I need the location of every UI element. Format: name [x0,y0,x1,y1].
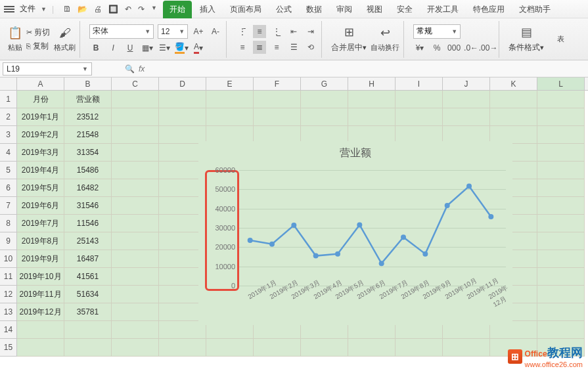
tab-review[interactable]: 审阅 [330,1,359,18]
tab-data[interactable]: 数据 [300,1,328,18]
decrease-decimal-icon[interactable]: .00→ [482,41,495,55]
cell[interactable] [348,339,396,357]
name-box[interactable]: L19▼ [3,62,92,76]
indent-increase-icon[interactable]: ⇥ [304,25,317,38]
cell[interactable] [112,339,159,357]
cell[interactable] [64,321,112,339]
cell[interactable]: 2019年9月 [17,250,64,268]
cell[interactable] [537,321,585,339]
row-header[interactable]: 8 [0,215,17,232]
row-header[interactable]: 5 [0,162,17,179]
cell[interactable] [159,339,206,357]
cell[interactable] [159,91,206,108]
comma-icon[interactable]: 000 [447,41,461,55]
fill-color-button[interactable]: 🪣▾ [175,41,188,55]
row-header[interactable]: 4 [0,144,17,162]
col-header-K[interactable]: K [490,77,537,90]
tab-view[interactable]: 视图 [360,1,389,18]
cell[interactable]: 41561 [64,268,112,286]
cell[interactable] [112,197,159,215]
row-header[interactable]: 6 [0,179,17,197]
row-header[interactable]: 3 [0,126,17,144]
decrease-font-icon[interactable]: A- [209,25,222,38]
row-header[interactable]: 10 [0,250,17,268]
cell[interactable]: 月份 [17,91,64,108]
align-middle-icon[interactable]: ≡ [253,25,266,38]
cell[interactable]: 2019年7月 [17,215,64,232]
cell[interactable] [537,268,585,286]
format-painter-icon[interactable]: 🖌 [59,26,71,40]
cell[interactable] [537,286,585,303]
row-header[interactable]: 14 [0,321,17,339]
number-format-combo[interactable]: 常规▼ [413,24,461,39]
cell[interactable]: 16482 [64,179,112,197]
cell[interactable] [112,321,159,339]
cell[interactable] [112,108,159,126]
col-header-C[interactable]: C [112,77,159,90]
align-bottom-icon[interactable]: ⋮̲ [270,25,283,38]
table-label[interactable]: 表 [557,34,564,44]
underline-button[interactable]: U [124,41,137,55]
cell[interactable] [537,91,585,108]
tab-security[interactable]: 安全 [390,1,419,18]
cut-button[interactable]: ✂ 剪切 [26,27,50,38]
cell[interactable]: 2019年10月 [17,268,64,286]
col-header-L[interactable]: L [537,77,585,90]
font-size-combo[interactable]: 12▼ [158,24,188,39]
cell[interactable] [443,339,490,357]
tab-insert[interactable]: 插入 [193,1,222,18]
row-header[interactable]: 12 [0,286,17,303]
cell[interactable] [443,91,490,108]
col-header-F[interactable]: F [254,77,301,90]
tab-page-layout[interactable]: 页面布局 [223,1,268,18]
cell[interactable]: 2019年8月 [17,232,64,250]
cell[interactable]: 营业额 [64,91,112,108]
font-name-combo[interactable]: 宋体▼ [89,24,154,39]
currency-icon[interactable]: ¥▾ [413,41,426,55]
cell[interactable] [254,339,301,357]
paste-icon[interactable]: 📋 [8,26,22,40]
cell[interactable]: 51634 [64,286,112,303]
cell[interactable] [112,144,159,162]
cell[interactable]: 2019年12月 [17,303,64,321]
cell[interactable] [537,179,585,197]
fx-label[interactable]: fx [139,64,145,74]
col-header-B[interactable]: B [64,77,112,90]
cell[interactable] [301,108,348,126]
fill-shape-icon[interactable]: ☰▾ [158,41,171,55]
cell[interactable] [537,250,585,268]
cell[interactable]: 2019年3月 [17,144,64,162]
align-center-icon[interactable]: ≣ [253,41,266,54]
cell[interactable] [112,250,159,268]
cell[interactable]: 15486 [64,162,112,179]
cell[interactable] [348,91,396,108]
justify-icon[interactable]: ☰ [287,41,300,54]
col-header-E[interactable]: E [206,77,254,90]
bold-button[interactable]: B [89,41,102,55]
orientation-icon[interactable]: ⟲ [304,41,317,54]
col-header-D[interactable]: D [159,77,206,90]
row-header[interactable]: 11 [0,268,17,286]
cell[interactable] [112,126,159,144]
cell[interactable] [443,108,490,126]
cell[interactable] [112,91,159,108]
embedded-chart[interactable]: 营业额 01000020000300004000050000600002019年… [198,141,512,325]
cell[interactable] [537,215,585,232]
cell[interactable] [537,126,585,144]
cell[interactable] [396,91,443,108]
font-color-button[interactable]: A▾ [192,41,205,55]
wrap-text-icon[interactable]: ↩ [380,26,390,40]
tab-special[interactable]: 特色应用 [466,1,511,18]
align-right-icon[interactable]: ≡ [270,41,283,54]
cell[interactable] [254,91,301,108]
cell[interactable] [206,91,254,108]
cell[interactable] [537,144,585,162]
tab-formula[interactable]: 公式 [269,1,298,18]
cell[interactable] [112,268,159,286]
cell[interactable] [254,108,301,126]
cell[interactable]: 2019年5月 [17,179,64,197]
row-header[interactable]: 15 [0,339,17,357]
tab-start[interactable]: 开始 [163,1,192,18]
cell[interactable]: 23512 [64,108,112,126]
align-top-icon[interactable]: ⋮̄ [236,25,249,38]
